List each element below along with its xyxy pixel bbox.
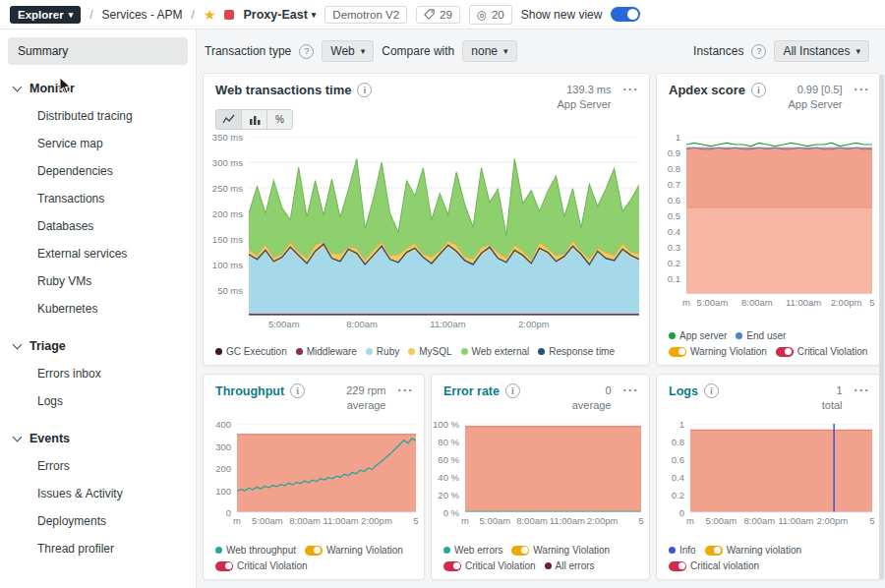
sidebar-item-kubernetes[interactable]: Kubernetes: [8, 295, 188, 323]
legend-item-warning-violation[interactable]: Warning Violation: [511, 545, 610, 556]
help-icon[interactable]: ?: [751, 44, 766, 59]
y-tick-label: 0.2: [668, 258, 680, 268]
sidebar-item-dependencies[interactable]: Dependencies: [8, 157, 188, 185]
help-icon[interactable]: ?: [299, 44, 314, 59]
legend-item-warning-violation[interactable]: Warning violation: [705, 545, 801, 556]
info-icon[interactable]: i: [357, 83, 372, 97]
card-subvalue: App Server: [788, 97, 842, 112]
sidebar-section-label: Triage: [30, 339, 66, 353]
legend-item-web-throughput[interactable]: Web throughput: [215, 545, 296, 556]
vertical-scrollbar[interactable]: [879, 75, 884, 580]
tags-chip[interactable]: 29: [416, 6, 460, 24]
sidebar-item-deployments[interactable]: Deployments: [8, 507, 188, 535]
sidebar-item-distributed-tracing[interactable]: Distributed tracing: [8, 102, 188, 130]
sidebar-item-transactions[interactable]: Transactions: [8, 185, 188, 212]
show-new-view-toggle[interactable]: [611, 7, 640, 22]
legend-dot-icon: [215, 547, 222, 554]
sidebar-item-summary[interactable]: Summary: [8, 37, 188, 65]
web-transactions-time-chart[interactable]: [249, 137, 639, 316]
card-menu-icon[interactable]: ···: [855, 83, 871, 96]
card-summary-values: 139.3 ms App Server: [557, 83, 611, 113]
breadcrumb-services-apm[interactable]: Services - APM: [102, 8, 183, 22]
legend-item-critical-violation[interactable]: Critical Violation: [776, 346, 868, 357]
sidebar-item-ruby-vms[interactable]: Ruby VMs: [8, 267, 188, 295]
card-menu-icon[interactable]: ···: [398, 383, 415, 397]
legend-item-warning-violation[interactable]: Warning Violation: [305, 545, 403, 556]
top-bar: Explorer ▾ / Services - APM / ★ Proxy-Ea…: [0, 0, 885, 29]
legend-toggle[interactable]: [669, 347, 686, 357]
legend-toggle[interactable]: [776, 347, 794, 357]
favorite-star-icon[interactable]: ★: [204, 8, 216, 22]
sidebar-events-items: ErrorsIssues & ActivityDeploymentsThread…: [8, 452, 188, 562]
sidebar-section-events[interactable]: Events: [8, 423, 188, 452]
dashboards-count: 20: [492, 9, 504, 21]
sidebar-item-errors[interactable]: Errors: [8, 452, 188, 480]
legend-item-info[interactable]: Info: [669, 545, 696, 556]
info-icon[interactable]: i: [290, 383, 305, 398]
legend-item-critical-violation[interactable]: Critical violation: [669, 560, 759, 571]
apdex-score-chart[interactable]: [686, 137, 872, 294]
caret-down-icon: ▾: [361, 46, 366, 56]
legend-label: All errors: [556, 560, 595, 571]
percent-view-button[interactable]: %: [267, 110, 292, 129]
explorer-label: Explorer: [18, 9, 64, 21]
instances-label: Instances: [693, 44, 743, 58]
transaction-type-dropdown[interactable]: Web ▾: [322, 40, 374, 62]
legend-item-app-server[interactable]: App server: [669, 330, 727, 341]
legend-item-warning-violation[interactable]: Warning Violation: [669, 346, 767, 357]
x-tick-label: 11:00am: [550, 515, 585, 526]
legend-toggle[interactable]: [705, 546, 723, 556]
card-menu-icon[interactable]: ···: [623, 83, 640, 96]
chart-legend: Web throughputWarning ViolationCritical …: [215, 545, 416, 571]
sidebar-item-external-services[interactable]: External services: [8, 240, 188, 267]
error-rate-chart[interactable]: [465, 424, 641, 512]
instances-dropdown[interactable]: All Instances ▾: [774, 40, 869, 62]
legend-toggle[interactable]: [443, 561, 461, 571]
legend-item-response-time[interactable]: Response time: [538, 346, 615, 357]
legend-toggle[interactable]: [511, 546, 529, 556]
sidebar-item-logs[interactable]: Logs: [8, 387, 188, 415]
line-chart-button[interactable]: [216, 110, 242, 129]
legend-item-gc-execution[interactable]: GC Execution: [215, 346, 287, 357]
legend-item-critical-violation[interactable]: Critical Violation: [215, 560, 308, 571]
sidebar-item-thread-profiler[interactable]: Thread profiler: [8, 535, 188, 562]
legend-toggle[interactable]: [305, 546, 323, 556]
sidebar-item-databases[interactable]: Databases: [8, 212, 188, 240]
info-icon[interactable]: i: [704, 383, 719, 398]
card-menu-icon[interactable]: ···: [855, 383, 871, 397]
explorer-button[interactable]: Explorer ▾: [10, 6, 81, 24]
sidebar-section-monitor[interactable]: Monitor: [8, 73, 188, 102]
info-icon[interactable]: i: [505, 383, 520, 398]
dashboards-chip[interactable]: ◎ 20: [469, 5, 512, 25]
logs-chart[interactable]: [690, 424, 872, 512]
bar-chart-button[interactable]: [242, 110, 267, 129]
legend-item-end-user[interactable]: End user: [736, 330, 786, 341]
legend-item-all-errors[interactable]: All errors: [545, 560, 595, 571]
legend-item-mysql[interactable]: MySQL: [408, 346, 451, 357]
legend-item-web-external[interactable]: Web external: [461, 346, 530, 357]
legend-label: Response time: [549, 346, 615, 357]
y-tick-label: 40 %: [438, 472, 459, 483]
account-chip[interactable]: Demotron V2: [324, 6, 407, 24]
legend-item-middleware[interactable]: Middleware: [296, 346, 357, 357]
card-summary-values: 0.99 [0.5] App Server: [788, 83, 842, 113]
y-tick-label: 20 %: [438, 490, 459, 500]
legend-item-web-errors[interactable]: Web errors: [443, 545, 502, 556]
line-chart-icon: [222, 114, 235, 125]
legend-item-ruby[interactable]: Ruby: [366, 346, 399, 357]
sidebar-section-triage[interactable]: Triage: [8, 330, 188, 360]
compare-with-dropdown[interactable]: none ▾: [462, 40, 516, 62]
x-tick-label: 5:00am: [480, 515, 511, 526]
legend-toggle[interactable]: [669, 561, 686, 571]
legend-item-critical-violation[interactable]: Critical Violation: [443, 560, 536, 571]
entity-name-dropdown[interactable]: Proxy-East ▾: [243, 8, 316, 22]
x-tick-label: 5:00am: [268, 319, 300, 329]
sidebar-item-issues-activity[interactable]: Issues & Activity: [8, 480, 188, 507]
sidebar-item-errors-inbox[interactable]: Errors inbox: [8, 360, 188, 387]
card-menu-icon[interactable]: ···: [623, 383, 640, 397]
legend-toggle[interactable]: [215, 561, 233, 571]
y-tick-label: 0.4: [668, 226, 680, 237]
sidebar-item-service-map[interactable]: Service map: [8, 130, 188, 157]
info-icon[interactable]: i: [751, 83, 766, 97]
throughput-chart[interactable]: [237, 424, 416, 512]
